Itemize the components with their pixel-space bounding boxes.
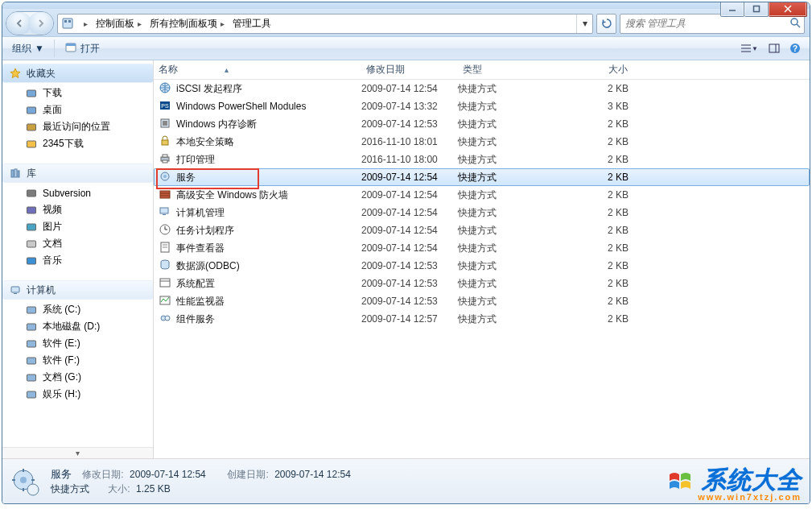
col-size[interactable]: 大小 bbox=[554, 60, 635, 79]
sort-asc-icon: ▴ bbox=[225, 65, 229, 74]
file-row-12[interactable]: 性能监视器2009-07-14 12:53快捷方式2 KB bbox=[154, 292, 810, 310]
content-pane: 名称 ▴ 修改日期 类型 大小 iSCSI 发起程序2009-07-14 12:… bbox=[154, 60, 810, 458]
help-button[interactable]: ? bbox=[785, 39, 805, 57]
file-size: 2 KB bbox=[554, 172, 635, 183]
file-row-11[interactable]: 系统配置2009-07-14 12:53快捷方式2 KB bbox=[154, 275, 810, 292]
sidebar-item-label: 视频 bbox=[43, 203, 62, 217]
file-row-7[interactable]: 计算机管理2009-07-14 12:54快捷方式2 KB bbox=[154, 204, 810, 221]
file-type: 快捷方式 bbox=[458, 82, 554, 96]
address-bar[interactable]: ▸ 控制面板▸ 所有控制面板项▸ 管理工具 ▾ bbox=[57, 14, 593, 34]
file-name: 高级安全 Windows 防火墙 bbox=[176, 188, 288, 202]
computer-label: 计算机 bbox=[27, 283, 56, 297]
svg-rect-27 bbox=[27, 224, 36, 230]
col-size-label: 大小 bbox=[608, 63, 628, 77]
svg-rect-49 bbox=[160, 191, 170, 198]
details-mod: 2009-07-14 12:54 bbox=[130, 469, 206, 480]
sidebar-item-label: 音乐 bbox=[43, 254, 62, 267]
file-row-1[interactable]: PSWindows PowerShell Modules2009-07-14 1… bbox=[154, 97, 810, 115]
crumb-2[interactable]: 管理工具 bbox=[228, 14, 274, 33]
file-row-0[interactable]: iSCSI 发起程序2009-07-14 12:54快捷方式2 KB bbox=[154, 80, 810, 97]
col-type[interactable]: 类型 bbox=[458, 60, 554, 79]
search-input[interactable] bbox=[624, 17, 789, 30]
organize-button[interactable]: 组织 ▼ bbox=[7, 40, 49, 57]
file-icon bbox=[159, 81, 171, 97]
sidebar-item-lib-2[interactable]: 图片 bbox=[2, 218, 153, 235]
sidebar-item-label: 下载 bbox=[43, 86, 62, 100]
svg-rect-33 bbox=[27, 324, 36, 330]
sidebar-item-label: 娱乐 (H:) bbox=[43, 387, 80, 401]
sidebar-item-comp-4[interactable]: 文档 (G:) bbox=[2, 369, 153, 386]
crumb-1[interactable]: 所有控制面板项▸ bbox=[145, 14, 228, 33]
forward-button[interactable] bbox=[28, 12, 53, 35]
sidebar-item-fav-3[interactable]: 2345下载 bbox=[2, 135, 153, 152]
file-name: 组件服务 bbox=[176, 312, 215, 326]
folder-icon bbox=[25, 238, 38, 250]
address-dropdown[interactable]: ▾ bbox=[576, 14, 592, 33]
file-row-4[interactable]: 打印管理2016-11-10 18:00快捷方式2 KB bbox=[154, 151, 810, 168]
file-row-2[interactable]: Windows 内存诊断2009-07-14 12:53快捷方式2 KB bbox=[154, 115, 810, 133]
file-type: 快捷方式 bbox=[458, 153, 554, 167]
file-size: 2 KB bbox=[554, 242, 635, 254]
view-options-button[interactable]: ▼ bbox=[736, 39, 763, 57]
refresh-button[interactable] bbox=[596, 14, 616, 34]
sidebar-item-lib-3[interactable]: 文档 bbox=[2, 235, 153, 252]
file-type: 快捷方式 bbox=[458, 206, 554, 220]
sidebar-item-fav-2[interactable]: 最近访问的位置 bbox=[2, 118, 153, 135]
sidebar-group-computer[interactable]: 计算机 bbox=[2, 280, 153, 300]
col-name-label: 名称 bbox=[159, 63, 178, 77]
titlebar bbox=[2, 2, 810, 9]
sidebar-item-comp-3[interactable]: 软件 (F:) bbox=[2, 352, 153, 369]
folder-icon bbox=[25, 337, 38, 350]
crumb-0[interactable]: 控制面板▸ bbox=[91, 14, 145, 33]
libraries-icon bbox=[9, 167, 22, 180]
svg-rect-18 bbox=[27, 90, 36, 97]
sidebar-item-comp-1[interactable]: 本地磁盘 (D:) bbox=[2, 318, 153, 335]
maximize-button[interactable] bbox=[744, 2, 769, 17]
col-date[interactable]: 修改日期 bbox=[361, 60, 458, 79]
sidebar-item-comp-0[interactable]: 系统 (C:) bbox=[2, 301, 153, 318]
svg-rect-10 bbox=[66, 43, 76, 46]
sidebar-item-comp-2[interactable]: 软件 (E:) bbox=[2, 335, 153, 352]
svg-rect-32 bbox=[27, 307, 36, 313]
file-row-3[interactable]: 本地安全策略2016-11-10 18:01快捷方式2 KB bbox=[154, 133, 810, 151]
file-row-5[interactable]: 服务2009-07-14 12:54快捷方式2 KB bbox=[154, 168, 810, 186]
svg-point-48 bbox=[163, 175, 167, 178]
svg-rect-37 bbox=[27, 391, 36, 398]
open-button[interactable]: 打开 bbox=[60, 39, 105, 58]
crumb-0-label: 控制面板 bbox=[96, 17, 134, 31]
crumb-root-chevron[interactable]: ▸ bbox=[76, 14, 91, 33]
folder-icon bbox=[25, 104, 38, 117]
sidebar-item-lib-4[interactable]: 音乐 bbox=[2, 252, 153, 269]
toolbar-divider bbox=[54, 39, 55, 57]
file-icon bbox=[159, 152, 171, 168]
file-name: 计算机管理 bbox=[176, 206, 225, 220]
sidebar-item-fav-1[interactable]: 桌面 bbox=[2, 101, 153, 118]
sidebar-scroll-down[interactable]: ▾ bbox=[2, 447, 153, 458]
sidebar-group-favorites[interactable]: 收藏夹 bbox=[2, 64, 153, 83]
preview-pane-button[interactable] bbox=[765, 39, 784, 57]
col-name[interactable]: 名称 ▴ bbox=[154, 60, 361, 79]
sidebar-item-lib-1[interactable]: 视频 bbox=[2, 201, 153, 218]
sidebar-item-fav-0[interactable]: 下载 bbox=[2, 85, 153, 101]
sidebar-group-libraries[interactable]: 库 bbox=[2, 163, 153, 183]
navigation-pane[interactable]: 收藏夹 下载桌面最近访问的位置2345下载 库 Subversion视频图片文档… bbox=[2, 60, 154, 458]
svg-rect-21 bbox=[27, 141, 36, 147]
svg-rect-36 bbox=[27, 375, 36, 381]
folder-icon bbox=[25, 321, 38, 333]
details-title: 服务 bbox=[51, 468, 72, 480]
sidebar-item-comp-5[interactable]: 娱乐 (H:) bbox=[2, 386, 153, 403]
file-size: 2 KB bbox=[554, 207, 635, 218]
file-row-10[interactable]: 数据源(ODBC)2009-07-14 12:53快捷方式2 KB bbox=[154, 257, 810, 275]
sidebar-item-lib-0[interactable]: Subversion bbox=[2, 184, 153, 201]
close-button[interactable] bbox=[769, 2, 807, 17]
file-row-8[interactable]: 任务计划程序2009-07-14 12:54快捷方式2 KB bbox=[154, 221, 810, 239]
file-row-13[interactable]: 组件服务2009-07-14 12:57快捷方式2 KB bbox=[154, 310, 810, 328]
file-row-6[interactable]: 高级安全 Windows 防火墙2009-07-14 12:54快捷方式2 KB bbox=[154, 186, 810, 204]
minimize-button[interactable] bbox=[720, 2, 744, 17]
file-row-9[interactable]: 事件查看器2009-07-14 12:54快捷方式2 KB bbox=[154, 239, 810, 257]
file-list[interactable]: iSCSI 发起程序2009-07-14 12:54快捷方式2 KBPSWind… bbox=[154, 80, 810, 328]
svg-line-8 bbox=[797, 24, 800, 27]
crumb-2-label: 管理工具 bbox=[233, 17, 271, 31]
file-icon bbox=[159, 223, 171, 238]
file-date: 2009-07-14 12:54 bbox=[361, 207, 458, 218]
